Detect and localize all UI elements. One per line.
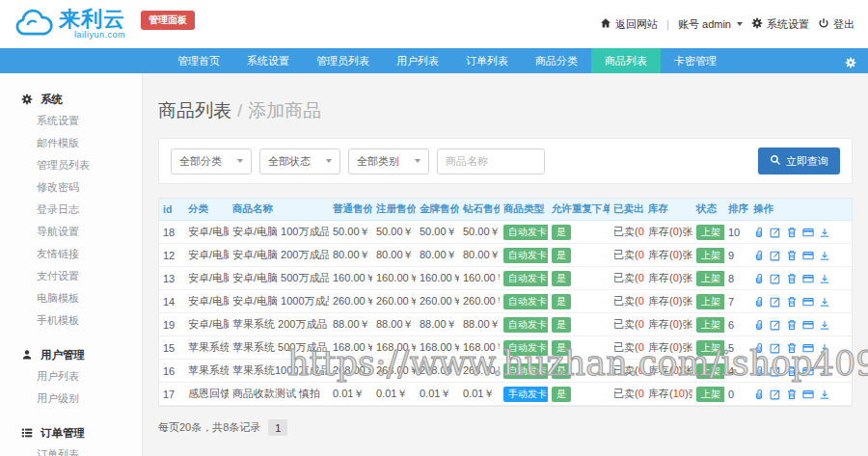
account-dropdown[interactable]: 账号 admin	[678, 17, 743, 32]
status-badge[interactable]: 上架	[696, 248, 724, 263]
link-icon[interactable]	[753, 342, 765, 354]
repeat-badge[interactable]: 是	[552, 363, 571, 379]
sidebar-item[interactable]: 支付设置	[0, 265, 142, 287]
sidebar-section-title[interactable]: 系统	[0, 89, 142, 110]
export-icon[interactable]	[819, 389, 830, 400]
delete-icon[interactable]	[786, 319, 798, 331]
link-icon[interactable]	[753, 365, 765, 377]
filter-select[interactable]: 全部分类	[171, 148, 252, 174]
link-icon[interactable]	[753, 296, 765, 308]
nav-tab[interactable]: 系统设置	[233, 48, 303, 73]
type-badge[interactable]: 自动发卡	[503, 271, 548, 286]
back-to-site-link[interactable]: 返回网站	[600, 17, 658, 32]
card-icon[interactable]	[802, 389, 814, 400]
export-icon[interactable]	[819, 342, 830, 354]
add-product-link[interactable]: 添加商品	[248, 100, 321, 121]
repeat-badge[interactable]: 是	[552, 225, 571, 240]
status-badge[interactable]: 上架	[696, 363, 724, 379]
nav-tab[interactable]: 商品分类	[522, 48, 591, 73]
repeat-badge[interactable]: 是	[552, 271, 571, 286]
edit-icon[interactable]	[770, 319, 781, 331]
repeat-badge[interactable]: 是	[552, 317, 571, 333]
sidebar-item[interactable]: 管理员列表	[0, 154, 142, 176]
status-badge[interactable]: 上架	[696, 294, 724, 309]
nav-tab[interactable]: 用户列表	[383, 48, 452, 73]
nav-tab[interactable]: 管理首页	[164, 48, 233, 73]
card-icon[interactable]	[802, 342, 814, 354]
delete-icon[interactable]	[786, 296, 798, 308]
sidebar-item[interactable]: 导航设置	[0, 221, 142, 243]
export-icon[interactable]	[819, 365, 830, 377]
product-name-input[interactable]	[437, 148, 545, 174]
sidebar-section-title[interactable]: 订单管理	[0, 422, 142, 443]
delete-icon[interactable]	[786, 273, 798, 284]
type-badge[interactable]: 手动发卡	[503, 387, 548, 402]
logo[interactable]: 来利云 lailiyun.com	[14, 9, 125, 40]
export-icon[interactable]	[819, 273, 830, 284]
sidebar-item[interactable]: 用户级别	[0, 388, 142, 410]
nav-tab[interactable]: 商品列表	[591, 48, 661, 73]
nav-tab[interactable]: 卡密管理	[661, 48, 730, 73]
sidebar-item[interactable]: 电脑模板	[0, 287, 142, 309]
link-icon[interactable]	[753, 389, 765, 400]
edit-icon[interactable]	[770, 389, 781, 400]
nav-gear-icon[interactable]	[845, 55, 856, 72]
export-icon[interactable]	[819, 250, 830, 261]
card-icon[interactable]	[802, 227, 814, 238]
delete-icon[interactable]	[786, 250, 798, 261]
link-icon[interactable]	[753, 273, 765, 284]
status-badge[interactable]: 上架	[696, 271, 724, 286]
sidebar-item[interactable]: 系统设置	[0, 110, 142, 132]
edit-icon[interactable]	[770, 227, 781, 238]
repeat-badge[interactable]: 是	[552, 340, 571, 356]
repeat-badge[interactable]: 是	[552, 387, 571, 402]
repeat-badge[interactable]: 是	[552, 248, 571, 263]
edit-icon[interactable]	[770, 296, 781, 308]
filter-select[interactable]: 全部状态	[259, 148, 340, 174]
card-icon[interactable]	[802, 365, 814, 377]
type-badge[interactable]: 自动发卡	[503, 340, 548, 356]
status-badge[interactable]: 上架	[696, 225, 724, 240]
page-number-1[interactable]: 1	[268, 419, 287, 436]
nav-tab[interactable]: 订单列表	[452, 48, 522, 73]
delete-icon[interactable]	[786, 227, 798, 238]
delete-icon[interactable]	[786, 389, 798, 400]
sidebar-item[interactable]: 手机模板	[0, 309, 142, 332]
type-badge[interactable]: 自动发卡	[503, 294, 548, 309]
query-button[interactable]: 立即查询	[758, 148, 840, 174]
sidebar-item[interactable]: 修改密码	[0, 176, 142, 199]
sidebar-item[interactable]: 用户列表	[0, 365, 142, 388]
link-icon[interactable]	[753, 319, 765, 331]
type-badge[interactable]: 自动发卡	[503, 225, 548, 240]
edit-icon[interactable]	[770, 250, 781, 261]
export-icon[interactable]	[819, 296, 830, 308]
sidebar-item[interactable]: 邮件模版	[0, 132, 142, 154]
type-badge[interactable]: 自动发卡	[503, 317, 548, 333]
status-badge[interactable]: 上架	[696, 387, 724, 402]
delete-icon[interactable]	[786, 365, 798, 377]
export-icon[interactable]	[819, 227, 830, 238]
status-badge[interactable]: 上架	[696, 340, 724, 356]
type-badge[interactable]: 自动发卡	[503, 248, 548, 263]
nav-tab[interactable]: 管理员列表	[303, 48, 383, 73]
sidebar-item[interactable]: 友情链接	[0, 243, 142, 265]
sidebar-item[interactable]: 登录日志	[0, 199, 142, 221]
sidebar-section-title[interactable]: 用户管理	[0, 344, 142, 365]
card-icon[interactable]	[802, 319, 814, 331]
type-badge[interactable]: 自动发卡	[503, 363, 548, 379]
status-badge[interactable]: 上架	[696, 317, 724, 333]
export-icon[interactable]	[819, 319, 830, 331]
sidebar-item[interactable]: 订单列表	[0, 443, 142, 456]
delete-icon[interactable]	[786, 342, 798, 354]
filter-select[interactable]: 全部类别	[348, 148, 429, 174]
edit-icon[interactable]	[770, 342, 781, 354]
link-icon[interactable]	[753, 227, 765, 238]
edit-icon[interactable]	[770, 273, 781, 284]
card-icon[interactable]	[802, 296, 814, 308]
link-icon[interactable]	[753, 250, 765, 261]
edit-icon[interactable]	[770, 365, 781, 377]
repeat-badge[interactable]: 是	[552, 294, 571, 309]
system-settings-link[interactable]: 系统设置	[751, 17, 809, 32]
card-icon[interactable]	[802, 250, 814, 261]
logout-link[interactable]: 登出	[818, 17, 854, 32]
